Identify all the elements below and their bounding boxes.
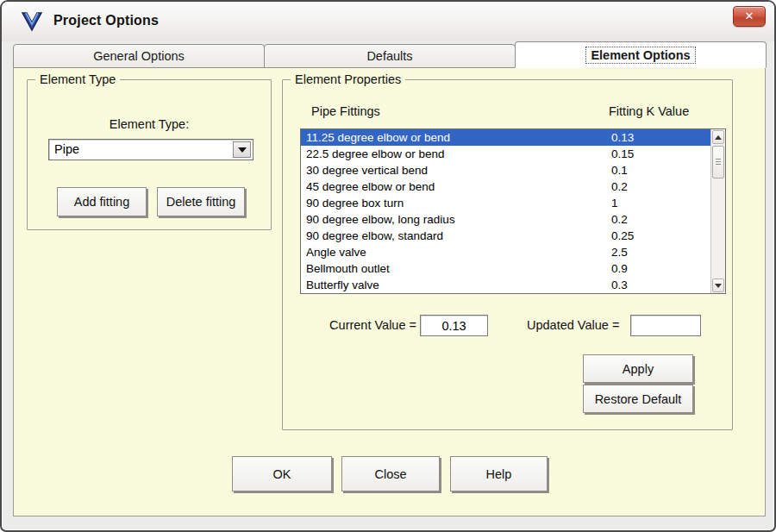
column-header-fitting-k-value: Fitting K Value (609, 104, 689, 118)
fitting-name: Bellmouth outlet (306, 262, 390, 275)
fitting-k-value: 2.5 (611, 244, 628, 260)
vertical-scrollbar[interactable] (710, 129, 725, 293)
ok-button[interactable]: OK (232, 456, 332, 491)
element-type-group: Element Type Element Type: Pipe Add fitt… (27, 79, 272, 230)
fitting-k-value: 1 (611, 195, 618, 211)
list-item[interactable]: 90 degree elbow, standard0.25 (301, 228, 725, 244)
fitting-name: 90 degree box turn (306, 197, 404, 210)
list-item[interactable]: Butterfly valve0.3 (301, 277, 725, 293)
list-item[interactable]: 30 degree vertical bend0.1 (301, 162, 725, 178)
add-fitting-button[interactable]: Add fitting (57, 187, 147, 216)
fitting-name: 90 degree elbow, long radius (306, 213, 455, 226)
apply-button[interactable]: Apply (583, 354, 693, 383)
dropdown-arrow-button[interactable] (233, 141, 251, 158)
chevron-down-icon (238, 147, 247, 153)
window-title: Project Options (53, 13, 159, 28)
fitting-name: Butterfly valve (306, 279, 379, 291)
fitting-name: 90 degree elbow, standard (306, 229, 443, 242)
tab-bar: General Options Defaults Element Options (13, 41, 766, 68)
element-properties-group-label: Element Properties (291, 72, 405, 86)
list-item[interactable]: Bellmouth outlet0.9 (301, 260, 725, 277)
fitting-k-value: 0.2 (611, 211, 628, 228)
fitting-name: 22.5 degree elbow or bend (306, 147, 445, 160)
fitting-name: 45 degree elbow or bend (306, 180, 435, 193)
list-item[interactable]: 90 degree box turn1 (301, 195, 725, 211)
fitting-k-value: 0.9 (611, 260, 628, 277)
fitting-k-value: 0.15 (611, 146, 634, 162)
scroll-up-button[interactable] (712, 130, 724, 144)
fittings-listbox[interactable]: 11.25 degree elbow or bend0.1322.5 degre… (300, 128, 726, 294)
title-bar: Project Options ✕ (2, 2, 774, 41)
close-button[interactable]: ✕ (733, 6, 766, 27)
scroll-down-button[interactable] (712, 279, 724, 292)
list-item[interactable]: 90 degree elbow, long radius0.2 (301, 211, 725, 228)
fitting-name: 11.25 degree elbow or bend (306, 131, 450, 144)
list-item[interactable]: 22.5 degree elbow or bend0.15 (301, 146, 725, 162)
tab-general-options[interactable]: General Options (13, 44, 265, 68)
element-properties-group: Element Properties Pipe Fittings Fitting… (282, 79, 733, 430)
element-type-field-label: Element Type: (28, 117, 271, 131)
fitting-name: 30 degree vertical bend (306, 164, 428, 177)
fitting-k-value: 0.13 (611, 129, 634, 146)
list-item[interactable]: Angle valve2.5 (301, 244, 725, 260)
current-value-field[interactable] (420, 315, 488, 336)
updated-value-label: Updated Value = (527, 315, 627, 336)
app-logo-icon (21, 11, 43, 32)
current-value-label: Current Value = (320, 315, 416, 336)
restore-default-button[interactable]: Restore Default (583, 385, 693, 413)
tab-element-options[interactable]: Element Options (515, 41, 767, 68)
help-button[interactable]: Help (450, 456, 548, 491)
arrow-up-icon (715, 135, 722, 140)
element-type-selected-value: Pipe (54, 142, 79, 156)
list-item[interactable]: 45 degree elbow or bend0.2 (301, 178, 725, 195)
tab-defaults[interactable]: Defaults (264, 44, 516, 68)
fittings-list: 11.25 degree elbow or bend0.1322.5 degre… (301, 129, 725, 293)
fitting-name: Angle valve (306, 246, 366, 259)
grip-icon (716, 159, 721, 166)
list-item[interactable]: 11.25 degree elbow or bend0.13 (301, 129, 725, 146)
arrow-down-icon (715, 284, 722, 288)
fitting-k-value: 0.3 (611, 277, 628, 293)
column-header-pipe-fittings: Pipe Fittings (311, 104, 380, 118)
updated-value-field[interactable] (630, 315, 701, 336)
element-type-group-label: Element Type (35, 72, 120, 86)
fitting-k-value: 0.2 (611, 178, 628, 195)
fitting-k-value: 0.25 (611, 228, 634, 244)
scrollbar-thumb[interactable] (712, 146, 724, 178)
close-dialog-button[interactable]: Close (341, 456, 440, 491)
element-type-dropdown[interactable]: Pipe (48, 139, 253, 160)
project-options-dialog: Project Options ✕ General Options Defaul… (0, 0, 776, 532)
fitting-k-value: 0.1 (611, 162, 628, 178)
tab-page-element-options: Element Type Element Type: Pipe Add fitt… (13, 68, 766, 516)
delete-fitting-button[interactable]: Delete fitting (157, 187, 245, 216)
